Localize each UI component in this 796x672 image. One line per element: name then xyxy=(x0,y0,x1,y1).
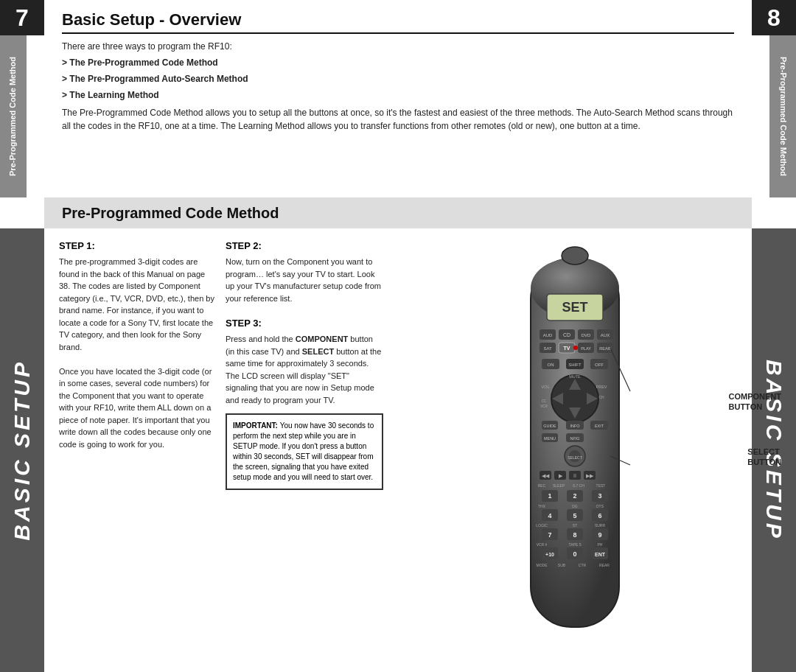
side-tab-left: Pre-Programmed Code Method xyxy=(0,35,27,197)
remote-area: SET AUD CD DVD AUX SAT TV PLAY REAR xyxy=(398,228,752,672)
step2-title: STEP 2: xyxy=(226,240,383,251)
svg-text:AUD: AUD xyxy=(543,333,553,337)
important-text: You now have 30 seconds to perform the n… xyxy=(233,421,374,481)
basic-setup-label-left: BASIC SETUP xyxy=(0,228,44,672)
remote-svg: SET AUD CD DVD AUX SAT TV PLAY REAR xyxy=(472,244,678,642)
method-2: The Pre-Programmed Auto-Search Method xyxy=(62,72,734,85)
svg-text:THX: THX xyxy=(538,504,546,508)
page-number-left: 7 xyxy=(0,0,44,35)
svg-text:8: 8 xyxy=(573,531,576,539)
overview-title: Basic Setup - Overview xyxy=(62,10,734,34)
step3-title: STEP 3: xyxy=(226,318,383,329)
remote-container: SET AUD CD DVD AUX SAT TV PLAY REAR xyxy=(472,244,678,642)
svg-text:6.7 CH: 6.7 CH xyxy=(573,483,584,488)
svg-text:AUX: AUX xyxy=(601,333,610,337)
svg-text:SLEEP: SLEEP xyxy=(553,483,565,488)
svg-text:DVD: DVD xyxy=(582,333,591,337)
svg-text:SELECT: SELECT xyxy=(568,455,582,460)
steps-area: STEP 1: The pre-programmed 3-digit codes… xyxy=(44,228,398,672)
svg-text:MENU: MENU xyxy=(544,436,556,441)
svg-text:▶▶: ▶▶ xyxy=(586,473,594,478)
component-button-label: COMPONENT BUTTON xyxy=(729,391,782,413)
svg-text:TV: TV xyxy=(564,346,570,351)
section-title: Pre-Programmed Code Method xyxy=(62,205,279,222)
svg-text:CC: CC xyxy=(542,399,547,403)
side-tab-right: Pre-Programmed Code Method xyxy=(769,35,796,197)
svg-point-2 xyxy=(562,247,588,265)
svg-text:SUB: SUB xyxy=(558,563,566,567)
method-1: The Pre-Programmed Code Method xyxy=(62,56,734,69)
svg-text:OFF: OFF xyxy=(595,363,604,367)
overview-intro: There are three ways to program the RF10… xyxy=(62,40,734,53)
important-box: IMPORTANT: You now have 30 seconds to pe… xyxy=(226,413,383,490)
svg-text:SAT: SAT xyxy=(543,346,552,351)
svg-text:MODE: MODE xyxy=(537,563,548,567)
svg-text:5: 5 xyxy=(573,512,576,519)
svg-text:REAR: REAR xyxy=(599,346,610,351)
steps23-column: STEP 2: Now, turn on the Component you w… xyxy=(226,240,383,660)
svg-text:◀◀: ◀◀ xyxy=(542,473,550,478)
svg-text:DTS: DTS xyxy=(596,504,604,508)
svg-text:CH: CH xyxy=(598,395,604,399)
svg-text:ST: ST xyxy=(573,523,577,528)
svg-text:PLAY: PLAY xyxy=(581,346,591,351)
svg-text:DG: DG xyxy=(572,504,578,508)
svg-text:REC: REC xyxy=(538,483,546,488)
page-number-right: 8 xyxy=(752,0,796,35)
bottom-content: STEP 1: The pre-programmed 3-digit codes… xyxy=(44,228,752,672)
svg-text:2: 2 xyxy=(573,492,576,500)
svg-text:+10: +10 xyxy=(545,552,554,557)
svg-text:3: 3 xyxy=(598,492,601,500)
svg-text:CTR: CTR xyxy=(579,563,587,567)
svg-text:ENT: ENT xyxy=(595,552,606,557)
svg-text:VOL: VOL xyxy=(541,385,549,389)
method-3: The Learning Method xyxy=(62,88,734,102)
step1-title: STEP 1: xyxy=(59,240,217,251)
svg-text:7: 7 xyxy=(548,531,551,539)
svg-text:INFO: INFO xyxy=(570,424,580,428)
overview-body: The Pre-Programmed Code Method allows yo… xyxy=(62,106,734,133)
step1-column: STEP 1: The pre-programmed 3-digit codes… xyxy=(59,240,217,660)
svg-text:PH: PH xyxy=(598,542,603,547)
svg-text:SHIFT: SHIFT xyxy=(568,363,582,367)
important-title: IMPORTANT: xyxy=(233,421,280,430)
svg-text:II: II xyxy=(573,473,576,478)
svg-text:CD: CD xyxy=(563,332,570,337)
svg-text:6: 6 xyxy=(598,512,601,519)
select-button-label: SELECT BUTTON xyxy=(747,447,781,468)
svg-text:GUIDE: GUIDE xyxy=(543,424,556,428)
svg-text:SURR: SURR xyxy=(595,523,606,528)
svg-text:REAR: REAR xyxy=(599,563,610,567)
svg-text:ON: ON xyxy=(548,363,554,367)
svg-text:9: 9 xyxy=(598,531,601,539)
svg-text:MUTE: MUTE xyxy=(569,374,581,379)
svg-point-17 xyxy=(573,346,578,350)
svg-text:0: 0 xyxy=(573,550,576,558)
step1-text: The pre-programmed 3-digit codes are fou… xyxy=(59,256,217,450)
overview-section: Basic Setup - Overview There are three w… xyxy=(44,0,752,197)
svg-text:NFIG: NFIG xyxy=(570,436,579,441)
svg-text:VCR #: VCR # xyxy=(537,542,548,547)
svg-text:TEST: TEST xyxy=(596,483,606,488)
svg-text:LOGIC: LOGIC xyxy=(536,523,548,528)
svg-text:VCR: VCR xyxy=(540,405,548,408)
svg-text:SET: SET xyxy=(562,300,587,315)
section-title-bar: Pre-Programmed Code Method xyxy=(44,197,752,228)
svg-text:TAPE 5: TAPE 5 xyxy=(569,542,582,547)
step2-text: Now, turn on the Component you want to p… xyxy=(226,256,383,304)
svg-text:4: 4 xyxy=(548,512,551,519)
step3-text: Press and hold the COMPONENT button (in … xyxy=(226,333,383,406)
svg-text:1: 1 xyxy=(548,492,551,500)
svg-text:PREV: PREV xyxy=(596,385,607,389)
svg-text:EXIT: EXIT xyxy=(595,424,604,428)
